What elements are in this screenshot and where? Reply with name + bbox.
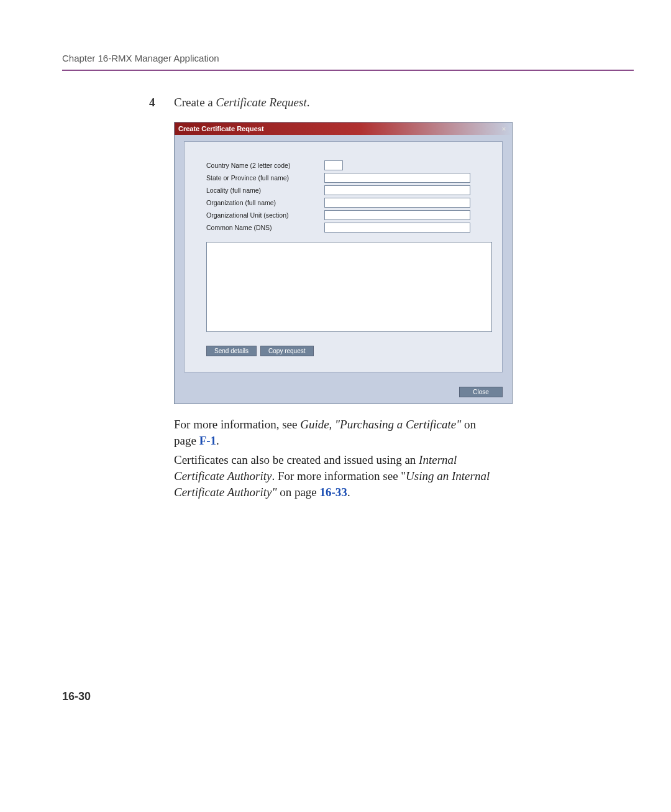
field-row-org-unit: Organizational Unit (section): [206, 210, 496, 220]
copy-request-button[interactable]: Copy request: [260, 346, 313, 356]
page-number: 16-30: [62, 690, 91, 703]
page-link-16-33[interactable]: 16-33: [320, 486, 347, 499]
field-row-common-name: Common Name (DNS): [206, 223, 496, 233]
send-details-button[interactable]: Send details: [206, 346, 257, 356]
field-row-organization: Organization (full name): [206, 198, 496, 208]
dialog-title-bar: Create Certificate Request ×: [175, 122, 512, 135]
label-organization: Organization (full name): [206, 199, 324, 206]
dialog-inner-panel: Country Name (2 letter code) State or Pr…: [184, 141, 503, 372]
input-state[interactable]: [324, 173, 470, 183]
chapter-label: Chapter 16-RMX Manager Application: [62, 53, 219, 63]
field-row-locality: Locality (full name): [206, 185, 496, 195]
dialog-screenshot-wrapper: Create Certificate Request × Country Nam…: [62, 122, 609, 404]
step-instruction: Create a Certificate Request.: [174, 96, 309, 109]
field-row-state: State or Province (full name): [206, 173, 496, 183]
label-common-name: Common Name (DNS): [206, 224, 324, 231]
input-organization[interactable]: [324, 198, 470, 208]
info-paragraph-1: For more information, see Guide, "Purcha…: [62, 417, 497, 448]
input-org-unit[interactable]: [324, 210, 470, 220]
page-content: 4 Create a Certificate Request. Create C…: [0, 71, 671, 500]
certificate-request-dialog: Create Certificate Request × Country Nam…: [174, 122, 513, 404]
dialog-footer: Close: [175, 382, 512, 404]
page-link-f1[interactable]: F-1: [199, 434, 216, 447]
label-org-unit: Organizational Unit (section): [206, 211, 324, 219]
dialog-button-row: Send details Copy request: [206, 346, 496, 356]
request-output-textarea[interactable]: [206, 242, 492, 332]
page-header: Chapter 16-RMX Manager Application: [0, 0, 671, 70]
close-icon[interactable]: ×: [500, 124, 508, 133]
close-button[interactable]: Close: [459, 387, 503, 397]
label-state: State or Province (full name): [206, 174, 324, 182]
info-paragraph-2: Certificates can also be created and iss…: [62, 452, 497, 500]
input-country[interactable]: [324, 160, 343, 170]
label-country: Country Name (2 letter code): [206, 162, 324, 169]
input-locality[interactable]: [324, 185, 470, 195]
field-row-country: Country Name (2 letter code): [206, 160, 496, 170]
step-row: 4 Create a Certificate Request.: [62, 96, 609, 109]
input-common-name[interactable]: [324, 223, 470, 233]
dialog-body: Country Name (2 letter code) State or Pr…: [175, 135, 512, 382]
step-number: 4: [149, 96, 174, 109]
label-locality: Locality (full name): [206, 187, 324, 194]
dialog-title: Create Certificate Request: [178, 125, 264, 132]
